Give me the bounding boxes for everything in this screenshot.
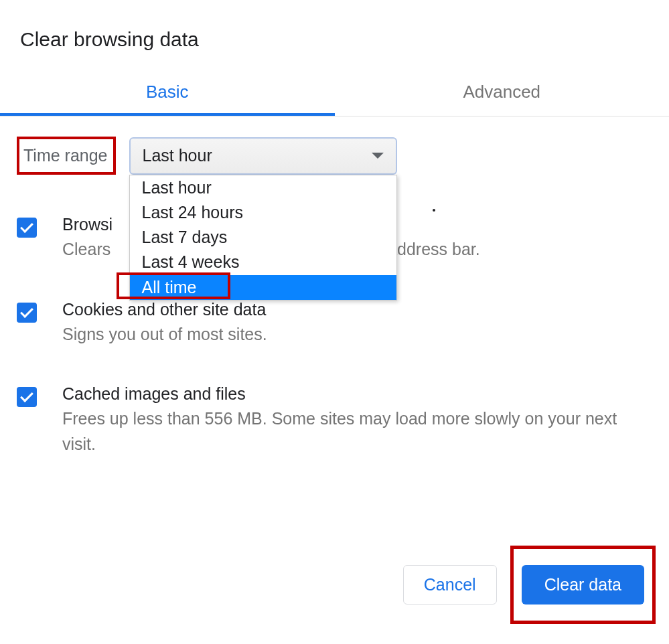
checkbox-cached[interactable] bbox=[17, 387, 37, 407]
dialog-buttons: Cancel Clear data bbox=[403, 546, 656, 624]
time-range-row: Time range Last hour Last hour Last 24 h… bbox=[17, 137, 652, 175]
dropdown-option-all-time-label: All time bbox=[142, 278, 197, 297]
option-cookies: Cookies and other site data Signs you ou… bbox=[17, 300, 652, 347]
option-title: Cached images and files bbox=[62, 384, 652, 404]
time-range-label: Time range bbox=[17, 137, 116, 175]
check-icon bbox=[20, 389, 33, 402]
dialog-title: Clear browsing data bbox=[0, 0, 669, 51]
dropdown-option-last-hour[interactable]: Last hour bbox=[130, 175, 396, 200]
dropdown-option-last-24-hours[interactable]: Last 24 hours bbox=[130, 200, 396, 225]
time-range-dropdown-list: Last hour Last 24 hours Last 7 days Last… bbox=[129, 175, 397, 301]
option-title: Cookies and other site data bbox=[62, 300, 652, 319]
time-range-select[interactable]: Last hour bbox=[129, 137, 397, 175]
check-icon bbox=[20, 220, 33, 233]
check-icon bbox=[20, 305, 33, 318]
time-range-selected-value: Last hour bbox=[143, 146, 212, 165]
dropdown-option-last-4-weeks[interactable]: Last 4 weeks bbox=[130, 250, 396, 274]
chevron-down-icon bbox=[372, 153, 384, 159]
desc-left: Clears bbox=[62, 240, 115, 258]
cancel-button[interactable]: Cancel bbox=[403, 565, 497, 605]
option-text: Cached images and files Frees up less th… bbox=[62, 384, 652, 457]
annotation-highlight-clear-data: Clear data bbox=[510, 546, 656, 624]
clear-data-button[interactable]: Clear data bbox=[522, 565, 644, 605]
option-desc: Frees up less than 556 MB. Some sites ma… bbox=[62, 406, 652, 457]
option-desc: Signs you out of most sites. bbox=[62, 322, 652, 347]
checkbox-browsing-history[interactable] bbox=[17, 218, 37, 238]
option-text: Cookies and other site data Signs you ou… bbox=[62, 300, 652, 347]
desc-right: address bar. bbox=[388, 240, 480, 258]
decorative-dot bbox=[433, 209, 435, 212]
dropdown-option-all-time[interactable]: All time bbox=[130, 275, 396, 300]
checkbox-cookies[interactable] bbox=[17, 303, 37, 323]
option-cached: Cached images and files Frees up less th… bbox=[17, 384, 652, 457]
content-area: Time range Last hour Last hour Last 24 h… bbox=[0, 116, 669, 457]
time-range-dropdown-wrapper: Last hour Last hour Last 24 hours Last 7… bbox=[129, 137, 397, 175]
tab-basic[interactable]: Basic bbox=[0, 71, 335, 116]
dropdown-option-last-7-days[interactable]: Last 7 days bbox=[130, 225, 396, 250]
tabs: Basic Advanced bbox=[0, 71, 669, 116]
tab-advanced[interactable]: Advanced bbox=[335, 71, 670, 116]
